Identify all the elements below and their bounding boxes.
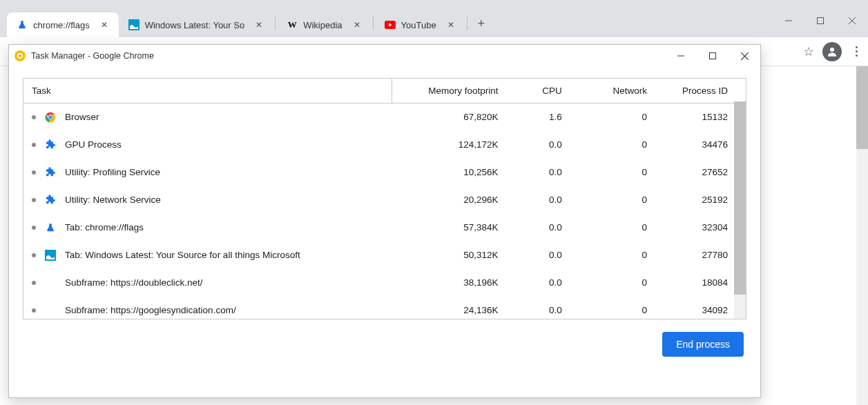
extension-icon [44, 139, 57, 151]
task-network: 0 [576, 241, 661, 269]
end-process-button[interactable]: End process [662, 332, 744, 357]
minimize-button[interactable] [773, 10, 804, 32]
task-row[interactable]: Utility: Profiling Service10,256K0.00276… [23, 159, 746, 186]
task-network: 0 [576, 186, 661, 214]
close-button[interactable] [729, 45, 760, 67]
close-icon[interactable]: ✕ [99, 20, 109, 30]
task-manager-titlebar[interactable]: Task Manager - Google Chrome [9, 45, 760, 67]
maximize-button[interactable] [804, 10, 836, 32]
tab-youtube[interactable]: YouTube ✕ [375, 12, 465, 37]
flask-icon [17, 19, 28, 30]
status-dot-icon [32, 253, 36, 257]
task-row[interactable]: Tab: Windows Latest: Your Source for all… [23, 241, 746, 269]
task-name: Subframe: https://googlesyndication.com/ [65, 305, 236, 315]
task-row[interactable]: Utility: Network Service20,296K0.0025192 [23, 186, 746, 214]
task-manager-window-controls [665, 45, 760, 67]
no-icon [44, 277, 57, 289]
column-header-network[interactable]: Network [576, 79, 661, 103]
tab-chrome-flags[interactable]: chrome://flags ✕ [7, 12, 119, 37]
svg-rect-11 [710, 53, 716, 59]
bookmark-star-icon[interactable]: ☆ [803, 44, 814, 59]
close-button[interactable] [836, 10, 868, 32]
task-cpu: 0.0 [512, 159, 576, 186]
close-icon[interactable]: ✕ [352, 20, 362, 30]
new-tab-button[interactable]: + [472, 14, 491, 33]
column-header-task[interactable]: Task [23, 79, 392, 103]
task-network: 0 [576, 103, 661, 131]
tab-wikipedia[interactable]: W Wikipedia ✕ [277, 12, 371, 37]
tab-separator [373, 17, 374, 30]
column-header-pid[interactable]: Process ID [661, 79, 746, 103]
task-table-container: Task Memory footprint CPU Network Proces… [23, 78, 746, 319]
kebab-menu-icon[interactable] [850, 46, 862, 57]
task-pid: 34476 [661, 131, 746, 159]
task-memory: 50,312K [392, 241, 512, 269]
task-row[interactable]: Browser67,820K1.6015132 [23, 103, 746, 131]
extension-icon [44, 194, 57, 206]
page-scrollbar-thumb[interactable] [856, 66, 868, 149]
task-manager-title: Task Manager - Google Chrome [31, 51, 154, 61]
task-table-scrollbar[interactable] [734, 101, 746, 319]
svg-point-9 [19, 55, 22, 58]
status-dot-icon [32, 308, 36, 313]
profile-avatar-icon[interactable] [822, 42, 842, 61]
task-cpu: 0.0 [512, 297, 576, 320]
task-memory: 124,172K [392, 131, 512, 159]
task-row[interactable]: Subframe: https://doubleclick.net/38,196… [23, 269, 746, 297]
task-memory: 67,820K [392, 103, 512, 131]
task-network: 0 [576, 297, 661, 320]
task-pid: 32304 [661, 214, 746, 241]
task-manager-window: Task Manager - Google Chrome Task Memory… [8, 44, 761, 398]
task-cpu: 0.0 [512, 214, 576, 241]
column-header-cpu[interactable]: CPU [512, 79, 576, 103]
status-dot-icon [32, 170, 36, 175]
task-pid: 18084 [661, 269, 746, 297]
flask-icon [44, 221, 57, 234]
wikipedia-icon: W [287, 19, 298, 30]
status-dot-icon [32, 281, 36, 285]
task-cpu: 1.6 [512, 103, 576, 131]
task-cpu: 0.0 [512, 186, 576, 214]
task-name: Subframe: https://doubleclick.net/ [65, 277, 203, 288]
task-manager-icon [15, 50, 26, 61]
maximize-button[interactable] [697, 45, 729, 67]
task-cpu: 0.0 [512, 269, 576, 297]
task-row[interactable]: Tab: chrome://flags57,384K0.0032304 [23, 214, 746, 241]
svg-point-17 [49, 116, 52, 119]
task-network: 0 [576, 269, 661, 297]
task-name: Tab: chrome://flags [65, 222, 144, 233]
svg-rect-3 [818, 18, 824, 24]
task-network: 0 [576, 214, 661, 241]
task-pid: 25192 [661, 186, 746, 214]
task-memory: 57,384K [392, 214, 512, 241]
status-dot-icon [32, 115, 36, 119]
task-name: GPU Process [65, 139, 122, 150]
task-table-scrollbar-thumb[interactable] [734, 101, 746, 295]
task-memory: 20,296K [392, 186, 512, 214]
task-cpu: 0.0 [512, 241, 576, 269]
tab-label: YouTube [401, 20, 436, 30]
task-cpu: 0.0 [512, 131, 576, 159]
task-table: Task Memory footprint CPU Network Proces… [23, 79, 746, 319]
task-row[interactable]: GPU Process124,172K0.0034476 [23, 131, 746, 159]
task-pid: 34092 [661, 297, 746, 320]
tab-separator [467, 17, 467, 30]
page-scrollbar[interactable] [856, 66, 868, 405]
task-memory: 24,136K [392, 297, 512, 320]
task-name: Utility: Profiling Service [65, 167, 160, 177]
tab-windows-latest[interactable]: Windows Latest: Your So ✕ [119, 12, 274, 37]
task-row[interactable]: Subframe: https://googlesyndication.com/… [23, 297, 746, 320]
task-pid: 27780 [661, 241, 746, 269]
tab-label: Wikipedia [303, 20, 342, 30]
chrome-icon [44, 111, 57, 124]
task-name: Browser [65, 112, 99, 122]
minimize-button[interactable] [665, 45, 697, 67]
status-dot-icon [32, 143, 36, 147]
close-icon[interactable]: ✕ [254, 20, 264, 30]
tab-label: Windows Latest: Your So [145, 20, 245, 30]
task-network: 0 [576, 159, 661, 186]
column-header-memory[interactable]: Memory footprint [392, 79, 512, 103]
windows-latest-icon [128, 19, 139, 30]
tab-label: chrome://flags [33, 20, 90, 30]
close-icon[interactable]: ✕ [446, 20, 456, 30]
